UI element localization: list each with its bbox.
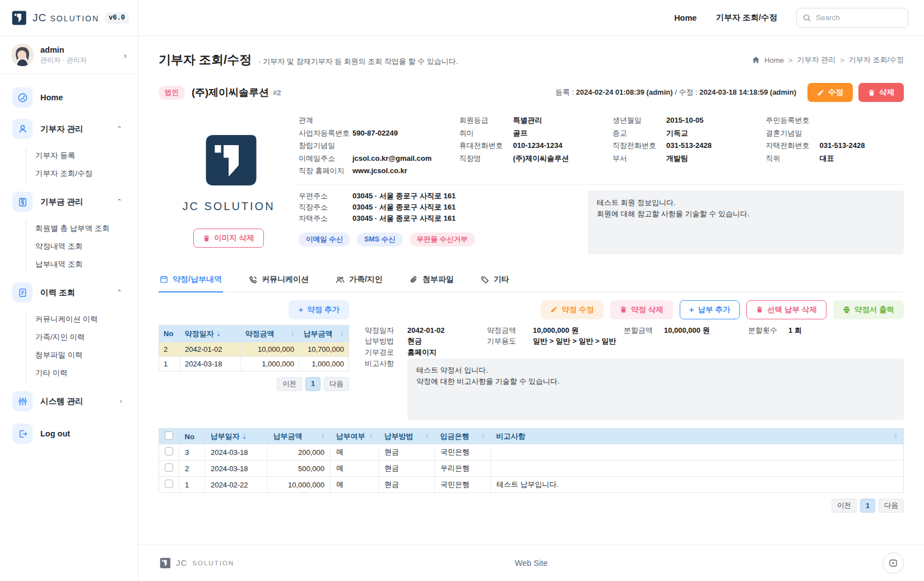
search-input[interactable] xyxy=(816,13,894,22)
donor-number: #2 xyxy=(273,89,281,97)
sidebar-item-donation-mgmt[interactable]: 기부금 관리 ⌃ xyxy=(8,188,130,215)
topnav-home[interactable]: Home xyxy=(674,13,697,22)
column-header[interactable]: 약정금액 ▲▼ xyxy=(241,325,299,342)
field-value: 590-87-02249 xyxy=(352,127,398,140)
column-header[interactable]: 납부방법 ▲▼ xyxy=(379,429,435,445)
sort-icon[interactable]: ▲▼ xyxy=(217,331,221,337)
page-number-button[interactable]: 1 xyxy=(860,499,875,513)
phone-icon xyxy=(249,276,257,284)
sidebar-item-logout[interactable]: Log out xyxy=(8,420,130,447)
sort-icon[interactable]: ▲▼ xyxy=(481,433,485,440)
chevron-up-icon: ⌃ xyxy=(117,125,126,133)
column-header[interactable]: 약정일자 ▲▼ xyxy=(180,325,241,342)
address-value: 03045 · 서울 종로구 사직로 161 xyxy=(352,213,456,224)
sort-icon[interactable]: ▲▼ xyxy=(894,433,898,440)
page-number-button[interactable]: 1 xyxy=(305,377,321,391)
sidebar-subitem[interactable]: 약정내역 조회 xyxy=(35,238,130,255)
pledge-row[interactable]: 1 2024-03-18 1,000,000 1,000,000 xyxy=(159,356,349,371)
sidebar-menu: Home 기부자 관리 ⌃ 기부자 등록 기부자 조회/수정 xyxy=(0,74,138,447)
print-pledge-button[interactable]: 약정서 출력 xyxy=(833,300,904,319)
sidebar-subitem[interactable]: 커뮤니케이션 이력 xyxy=(35,310,130,328)
chevron-right-icon: › xyxy=(124,50,127,60)
sidebar-subitem[interactable]: 납부내역 조회 xyxy=(35,255,130,273)
sort-icon[interactable]: ▲▼ xyxy=(243,433,247,440)
sort-icon[interactable]: ▲▼ xyxy=(340,331,344,337)
sidebar-subitem[interactable]: 기부자 등록 xyxy=(35,147,130,165)
sidebar-item-label: Home xyxy=(40,93,63,102)
sidebar-item-system-mgmt[interactable]: 시스템 관리 › xyxy=(8,388,130,415)
next-page-button[interactable]: 다음 xyxy=(879,499,904,513)
column-header[interactable]: 입금은행 ▲▼ xyxy=(435,429,491,445)
sidebar-subitem[interactable]: 기부자 조회/수정 xyxy=(35,165,130,183)
tab-attachments[interactable]: 첨부파일 xyxy=(408,269,455,292)
donor-name: (주)제이씨솔루션 xyxy=(192,86,269,99)
sort-icon[interactable]: ▲▼ xyxy=(321,433,325,440)
field-value: 031-513-2428 xyxy=(666,140,712,152)
next-page-button[interactable]: 다음 xyxy=(324,377,349,391)
sidebar-item-donor-mgmt[interactable]: 기부자 관리 ⌃ xyxy=(8,115,130,142)
delete-selected-payment-button[interactable]: 선택 납부 삭제 xyxy=(746,300,827,319)
column-header[interactable]: 비고사항 ▲▼ xyxy=(491,429,904,445)
address-value: 03045 · 서울 종로구 사직로 161 xyxy=(352,190,456,201)
sort-icon[interactable]: ▲▼ xyxy=(291,331,295,337)
pledge-detail-panel: 약정일자 2042-01-02 약정금액 10,000,000 원 분할금액 1… xyxy=(365,325,904,421)
brand-logo[interactable]: JC SOLUTION v6.0 xyxy=(0,0,138,36)
search-box[interactable] xyxy=(796,8,908,28)
tab-etc[interactable]: 기타 xyxy=(480,269,510,292)
column-header[interactable]: 납부금액 ▲▼ xyxy=(268,429,331,445)
donor-addresses: 우편주소03045 · 서울 종로구 사직로 161 직장주소03045 · 서… xyxy=(299,190,579,254)
delete-donor-button[interactable]: 삭제 xyxy=(858,83,904,102)
row-checkbox[interactable] xyxy=(165,480,173,488)
sidebar-item-label: 기부금 관리 xyxy=(40,197,83,207)
row-checkbox[interactable] xyxy=(165,447,173,455)
sidebar-subitem[interactable]: 기타 이력 xyxy=(35,364,130,382)
field-value: 기독교 xyxy=(666,127,688,140)
topnav-donor-lookup[interactable]: 기부자 조회/수정 xyxy=(716,12,777,23)
tab-family-acquaintance[interactable]: 가족/지인 xyxy=(335,269,384,292)
payment-row[interactable]: 1 2024-02-22 10,000,000 예 현금 국민은행 테스트 납부… xyxy=(159,477,904,493)
delete-pledge-button[interactable]: 약정 삭제 xyxy=(610,300,673,319)
breadcrumb-home[interactable]: Home xyxy=(764,56,784,64)
field-value: www.jcsol.co.kr xyxy=(352,165,407,178)
column-header[interactable]: No xyxy=(159,325,180,342)
column-header[interactable]: 납부금액 ▲▼ xyxy=(299,325,349,342)
field-value: 골프 xyxy=(513,127,527,140)
add-payment-button[interactable]: + 납부 추가 xyxy=(680,300,740,319)
edit-pledge-button[interactable]: 약정 수정 xyxy=(541,300,603,319)
pledge-pagination: 이전 1 다음 xyxy=(159,377,349,391)
sidebar-subitem[interactable]: 회원별 총 납부액 조회 xyxy=(35,220,130,238)
page-title: 기부자 조회/수정 xyxy=(159,52,252,68)
prev-page-button[interactable]: 이전 xyxy=(277,377,302,391)
trash-icon xyxy=(620,306,627,313)
tab-communication[interactable]: 커뮤니케이션 xyxy=(248,269,310,292)
sidebar-subitem[interactable]: 첨부파일 이력 xyxy=(35,346,130,364)
select-all-checkbox[interactable] xyxy=(165,431,173,440)
row-checkbox[interactable] xyxy=(165,463,173,472)
pledge-row-selected[interactable]: 2 2042-01-02 10,000,000 10,700,000 xyxy=(159,342,349,357)
edit-donor-button[interactable]: 수정 xyxy=(807,83,853,102)
sidebar-item-home[interactable]: Home xyxy=(8,84,130,111)
image-delete-button[interactable]: 이미지 삭제 xyxy=(193,229,263,248)
field-value: 특별관리 xyxy=(513,114,542,127)
pledge-note: 테스트 약정서 입니다. 약정에 대한 비고사항을 기술할 수 있습니다. xyxy=(407,359,904,420)
column-header[interactable]: 납부여부 ▲▼ xyxy=(331,429,379,445)
field-value: jcsol.co.kr@gmail.com xyxy=(352,152,431,165)
pledge-table: No 약정일자 ▲▼ 약정금액 ▲▼ 납부금액 xyxy=(159,325,349,371)
profile-card[interactable]: admin 관리자 · 관리자 › xyxy=(0,36,138,74)
sort-icon[interactable]: ▲▼ xyxy=(425,433,429,440)
footer-site-link[interactable]: Web Site xyxy=(515,559,548,568)
sort-icon[interactable]: ▲▼ xyxy=(369,433,373,440)
payment-row[interactable]: 3 2024-03-18 200,000 예 현금 국민은행 xyxy=(159,444,904,461)
add-pledge-button[interactable]: + 약정 추가 xyxy=(289,300,349,319)
prev-page-button[interactable]: 이전 xyxy=(832,499,857,513)
payment-row[interactable]: 2 2024-03-18 500,000 예 현금 우리은행 xyxy=(159,461,904,477)
detail-value: 일반 > 일반 > 일반 > 일반 xyxy=(533,336,616,347)
column-header[interactable]: 납부일자 ▲▼ xyxy=(205,429,268,445)
play-circle-button[interactable] xyxy=(883,552,904,574)
breadcrumb-donor-mgmt[interactable]: 기부자 관리 xyxy=(797,55,836,65)
sidebar-subitem[interactable]: 가족/지인 이력 xyxy=(35,328,130,346)
brand-logo-icon xyxy=(10,10,27,26)
sidebar-item-history[interactable]: 이력 조회 ⌃ xyxy=(8,279,130,306)
tab-pledge-payment[interactable]: 약정/납부내역 xyxy=(159,269,223,292)
column-header[interactable]: No xyxy=(179,429,205,445)
